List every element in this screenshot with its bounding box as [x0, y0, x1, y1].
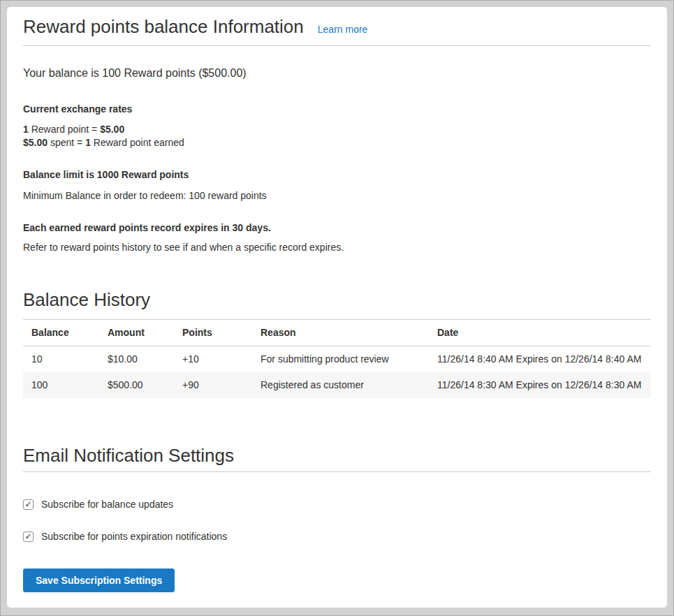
email-settings-heading: Email Notification Settings	[23, 445, 651, 472]
exchange-rates-heading: Current exchange rates	[23, 103, 651, 115]
rate2-suffix: Reward point earned	[91, 137, 184, 148]
table-row: 100 $500.00 +90 Registered as customer 1…	[23, 372, 651, 398]
balance-history-heading: Balance History	[23, 289, 651, 310]
learn-more-link[interactable]: Learn more	[318, 24, 368, 35]
cell-date: 11/26/14 8:30 AM Expires on 12/26/14 8:3…	[429, 372, 651, 398]
cell-date: 11/26/14 8:40 AM Expires on 12/26/14 8:4…	[429, 346, 651, 373]
checkmark-icon: ✓	[24, 532, 31, 541]
cell-amount: $500.00	[99, 372, 174, 398]
cell-points: +10	[174, 346, 252, 373]
balance-history-table: Balance Amount Points Reason Date 10 $10…	[23, 319, 651, 398]
column-header-date: Date	[429, 320, 651, 346]
subscribe-balance-checkbox[interactable]: ✓	[23, 499, 34, 510]
rate1-amount: $5.00	[100, 124, 124, 135]
subscribe-expiration-checkbox[interactable]: ✓	[23, 531, 34, 542]
cell-points: +90	[174, 372, 252, 398]
cell-balance: 10	[23, 346, 99, 373]
subscribe-expiration-row: ✓ Subscribe for points expiration notifi…	[23, 531, 651, 542]
minimum-balance-line: Minimum Balance in order to redeem: 100 …	[23, 190, 651, 202]
expiry-line: Each earned reward points record expires…	[23, 222, 651, 234]
subscribe-expiration-label[interactable]: Subscribe for points expiration notifica…	[41, 531, 227, 542]
page-title-row: Reward points balance Information Learn …	[23, 14, 651, 46]
exchange-rate-line-1: 1 Reward point = $5.00	[23, 124, 124, 135]
balance-limit-line: Balance limit is 1000 Reward points	[23, 169, 651, 181]
table-header-row: Balance Amount Points Reason Date	[23, 320, 651, 346]
table-row: 10 $10.00 +10 For submitting product rev…	[23, 346, 651, 373]
cell-reason: For submitting product review	[252, 346, 429, 373]
expiry-note: Refer to reward points history to see if…	[23, 242, 651, 254]
checkmark-icon: ✓	[24, 500, 31, 508]
column-header-points: Points	[174, 320, 252, 346]
subscribe-balance-row: ✓ Subscribe for balance updates	[23, 499, 651, 510]
exchange-rate-lines: 1 Reward point = $5.00 $5.00 spent = 1 R…	[23, 123, 651, 149]
cell-amount: $10.00	[99, 346, 174, 373]
column-header-amount: Amount	[99, 320, 174, 346]
save-subscription-settings-button[interactable]: Save Subscription Settings	[23, 569, 175, 592]
rate2-points: 1	[85, 137, 91, 148]
balance-summary: Your balance is 100 Reward points ($500.…	[23, 66, 651, 81]
cell-reason: Registered as customer	[252, 372, 429, 398]
column-header-balance: Balance	[23, 320, 99, 346]
rate1-points: 1	[23, 124, 29, 135]
page-background: Reward points balance Information Learn …	[0, 0, 674, 616]
column-header-reason: Reason	[252, 320, 429, 346]
subscribe-balance-label[interactable]: Subscribe for balance updates	[41, 499, 173, 510]
reward-points-panel: Reward points balance Information Learn …	[7, 7, 667, 608]
rate1-text: Reward point =	[29, 124, 100, 135]
rate2-text: spent =	[47, 137, 85, 148]
rate2-amount: $5.00	[23, 137, 47, 148]
cell-balance: 100	[23, 372, 99, 398]
exchange-rate-line-2: $5.00 spent = 1 Reward point earned	[23, 137, 184, 148]
page-title: Reward points balance Information	[23, 16, 304, 37]
